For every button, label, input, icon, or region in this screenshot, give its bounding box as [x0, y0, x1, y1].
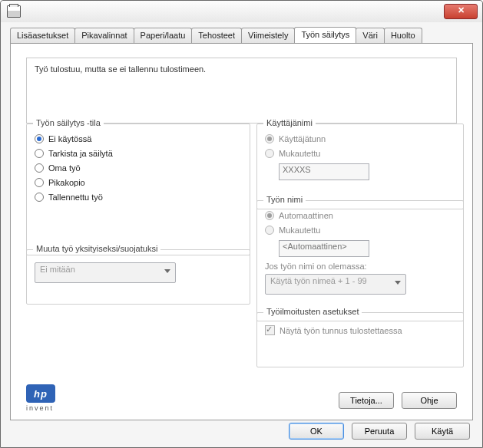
- group-jobname: Työn nimi Automaattinen Mukautettu <Auto…: [256, 200, 464, 321]
- printer-icon: [7, 5, 21, 18]
- hp-logo-sub: invent: [26, 404, 60, 412]
- radio-mode-off-input[interactable]: [35, 134, 44, 143]
- radio-job-auto-input[interactable]: [265, 211, 274, 220]
- tab-panel: Työ tulostuu, mutta se ei tallennu tulos…: [10, 43, 473, 420]
- radio-user-auto-label: Käyttäjätunn: [279, 134, 326, 143]
- group-notifications: Työilmoitusten asetukset Näytä työn tunn…: [256, 312, 464, 367]
- privacy-select[interactable]: Ei mitään: [35, 262, 176, 283]
- radio-mode-off-label: Ei käytössä: [48, 134, 91, 143]
- username-field[interactable]: XXXXS: [279, 163, 369, 180]
- radio-user-custom[interactable]: Mukautettu: [265, 149, 455, 158]
- hp-logo-badge: hp: [26, 384, 55, 403]
- client-area: Lisäasetukset Pikavalinnat Paperi/laatu …: [1, 22, 482, 447]
- help-button[interactable]: Ohje: [402, 392, 457, 409]
- checkbox-show-id[interactable]: Näytä työn tunnus tulostettaessa: [265, 325, 455, 335]
- radio-mode-proof-label: Tarkista ja säilytä: [48, 149, 113, 158]
- radio-mode-stored-input[interactable]: [35, 193, 44, 202]
- radio-job-auto[interactable]: Automaattinen: [265, 211, 455, 220]
- group-privacy: Muuta työ yksityiseksi/suojatuksi Ei mit…: [26, 249, 250, 305]
- tab-tyon-sailytys[interactable]: Työn säilytys: [294, 27, 356, 43]
- radio-job-custom-label: Mukautettu: [279, 226, 320, 235]
- jobname-field[interactable]: <Automaattinen>: [279, 240, 369, 257]
- apply-button[interactable]: Käytä: [415, 423, 470, 440]
- checkbox-show-id-label: Näytä työn tunnus tulostettaessa: [280, 326, 402, 335]
- panel-buttons: Tietoja... Ohje: [339, 392, 457, 409]
- radio-job-custom[interactable]: Mukautettu: [265, 226, 455, 235]
- tab-huolto[interactable]: Huolto: [384, 28, 422, 43]
- status-message: Työ tulostuu, mutta se ei tallennu tulos…: [26, 58, 457, 124]
- about-button[interactable]: Tietoja...: [339, 392, 394, 409]
- legend-username: Käyttäjänimi: [263, 118, 316, 127]
- legend-notifications: Työilmoitusten asetukset: [263, 307, 362, 316]
- titlebar: ✕: [1, 1, 482, 23]
- radio-mode-quick[interactable]: Pikakopio: [35, 178, 242, 187]
- tab-viimeistely[interactable]: Viimeistely: [241, 28, 295, 43]
- radio-user-custom-input[interactable]: [265, 149, 274, 158]
- tabstrip: Lisäasetukset Pikavalinnat Paperi/laatu …: [1, 22, 482, 43]
- radio-mode-quick-label: Pikakopio: [48, 178, 85, 187]
- radio-mode-quick-input[interactable]: [35, 178, 44, 187]
- radio-user-custom-label: Mukautettu: [279, 149, 320, 158]
- close-button[interactable]: ✕: [444, 4, 478, 19]
- radio-mode-proof-input[interactable]: [35, 149, 44, 158]
- legend-jobname: Työn nimi: [263, 195, 306, 204]
- print-properties-window: ✕ Lisäasetukset Pikavalinnat Paperi/laat…: [0, 0, 483, 448]
- tab-tehosteet[interactable]: Tehosteet: [191, 28, 242, 43]
- tab-pikavalinnat[interactable]: Pikavalinnat: [74, 28, 134, 43]
- legend-storage-mode: Työn säilytys -tila: [33, 118, 104, 127]
- tab-vari[interactable]: Väri: [356, 28, 385, 43]
- radio-job-custom-input[interactable]: [265, 226, 274, 235]
- legend-privacy: Muuta työ yksityiseksi/suojatuksi: [33, 244, 160, 253]
- jobname-exists-select[interactable]: Käytä työn nimeä + 1 - 99: [265, 274, 406, 295]
- tab-paperi-laatu[interactable]: Paperi/laatu: [134, 28, 193, 43]
- radio-mode-personal[interactable]: Oma työ: [35, 163, 242, 173]
- group-storage-mode: Työn säilytys -tila Ei käytössä Tarkista…: [26, 124, 250, 255]
- ok-button[interactable]: OK: [289, 423, 344, 440]
- radio-mode-stored[interactable]: Tallennettu työ: [35, 193, 242, 202]
- radio-job-auto-label: Automaattinen: [279, 211, 333, 220]
- radio-mode-personal-input[interactable]: [35, 163, 44, 173]
- hp-logo: hp invent: [26, 384, 60, 409]
- radio-mode-personal-label: Oma työ: [48, 163, 81, 173]
- dialog-buttons: OK Peruuta Käytä: [289, 423, 470, 440]
- radio-user-auto-input[interactable]: [265, 134, 274, 143]
- jobname-exists-hint: Jos työn nimi on olemassa:: [265, 262, 455, 271]
- radio-mode-stored-label: Tallennettu työ: [48, 193, 103, 202]
- radio-user-auto[interactable]: Käyttäjätunn: [265, 134, 455, 143]
- radio-mode-off[interactable]: Ei käytössä: [35, 134, 242, 143]
- tab-lisaasetukset[interactable]: Lisäasetukset: [10, 28, 75, 43]
- cancel-button[interactable]: Peruuta: [352, 423, 407, 440]
- checkbox-show-id-input[interactable]: [265, 325, 275, 335]
- radio-mode-proof[interactable]: Tarkista ja säilytä: [35, 149, 242, 158]
